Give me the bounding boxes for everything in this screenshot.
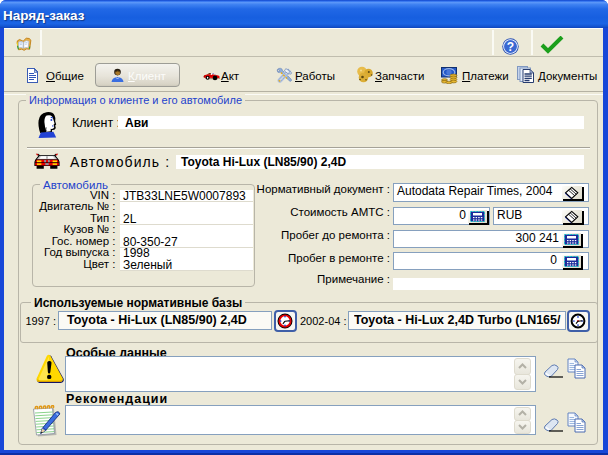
svg-text:?: ? [507, 40, 514, 54]
